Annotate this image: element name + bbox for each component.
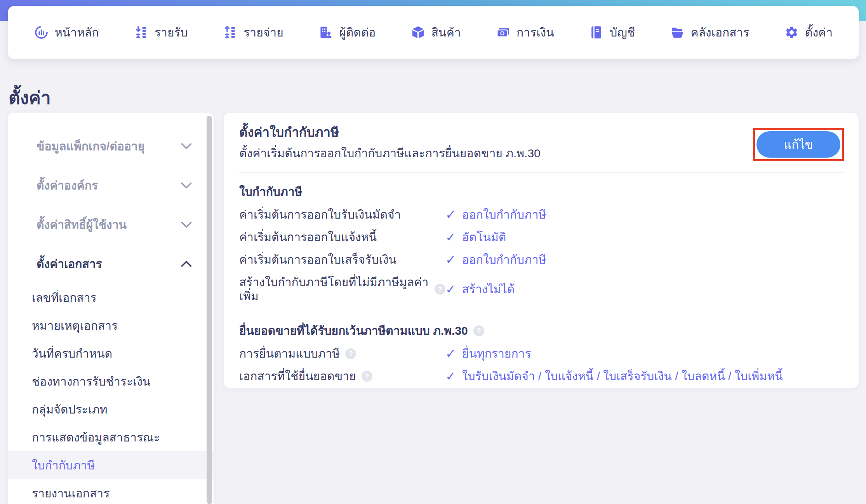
setting-value: อัตโนมัติ [462,230,506,244]
nav-item-label: บัญชี [610,23,635,42]
tax-invoice-settings-panel: ตั้งค่าใบกำกับภาษี ตั้งค่าเริ่มต้นการออก… [223,113,859,388]
help-icon[interactable]: ? [435,284,445,295]
chevron-down-icon [181,143,192,149]
check-icon: ✓ [445,208,456,222]
sidebar-group-organization[interactable]: ตั้งค่าองค์กร [8,166,214,205]
nav-item-label: รายรับ [155,23,188,42]
sidebar-item-category-groups[interactable]: กลุ่มจัดประเภท [8,395,214,423]
expense-icon [223,25,237,40]
nav-item-label: คลังเอกสาร [691,23,749,42]
help-icon[interactable]: ? [345,348,356,359]
dashboard-icon [34,25,49,40]
nav-item-home[interactable]: หน้าหลัก [34,23,99,42]
panel-title: ตั้งค่าใบกำกับภาษี [239,125,843,140]
setting-label: ค่าเริ่มต้นการออกใบเสร็จรับเงิน [239,253,396,267]
nav-item-label: หน้าหลัก [55,23,99,42]
check-icon: ✓ [445,282,456,296]
setting-label: เอกสารที่ใช้ยื่นยอดขาย [239,369,356,383]
sidebar-item-due-date[interactable]: วันที่ครบกำหนด [8,339,214,367]
settings-icon [784,25,799,40]
settings-sidebar: ข้อมูลแพ็กเกจ/ต่ออายุ ตั้งค่าองค์กร ตั้ง… [8,113,214,504]
sidebar-item-label: หมายเหตุเอกสาร [32,316,118,335]
main-navigation: หน้าหลัก รายรับ รายจ่าย ผู้ติดต่อ สินค้า… [8,6,859,59]
sidebar-item-payment-channels[interactable]: ช่องทางการรับชำระเงิน [8,367,214,395]
nav-item-document-storage[interactable]: คลังเอกสาร [670,23,749,42]
finance-icon [496,25,510,40]
nav-item-finance[interactable]: การเงิน [496,23,554,42]
nav-item-settings[interactable]: ตั้งค่า [784,23,833,42]
setting-value: ออกใบกำกับภาษี [462,253,546,267]
sidebar-item-label: กลุ่มจัดประเภท [32,400,107,419]
nav-item-label: การเงิน [516,23,554,42]
sidebar-item-label: ใบกำกับภาษี [32,456,95,474]
section-heading-label: ใบกำกับภาษี [239,184,302,199]
sidebar-scrollbar[interactable] [207,116,212,504]
panel-subtitle: ตั้งค่าเริ่มต้นการออกใบกำกับภาษีและการยื… [239,146,843,161]
setting-row: ค่าเริ่มต้นการออกใบแจ้งหนี้ ✓อัตโนมัติ [239,230,843,244]
sidebar-group-label: ข้อมูลแพ็กเกจ/ต่ออายุ [37,137,144,155]
nav-item-label: ตั้งค่า [805,23,833,42]
setting-label: สร้างใบกำกับภาษีโดยที่ไม่มีภาษีมูลค่าเพิ… [239,275,429,303]
sidebar-item-label: การแสดงข้อมูลสาธารณะ [32,428,160,447]
setting-row: ค่าเริ่มต้นการออกใบเสร็จรับเงิน ✓ออกใบกำ… [239,253,843,267]
sidebar-item-label: รายงานเอกสาร [32,484,110,502]
check-icon: ✓ [445,230,456,244]
setting-label: ค่าเริ่มต้นการออกใบแจ้งหนี้ [239,230,377,244]
sidebar-item-label: ช่องทางการรับชำระเงิน [32,372,150,391]
document-storage-icon [670,25,685,40]
setting-row: เอกสารที่ใช้ยื่นยอดขาย? ✓ใบรับเงินมัดจำ … [239,369,843,383]
sidebar-item-document-number[interactable]: เลขที่เอกสาร [8,283,214,311]
help-icon[interactable]: ? [473,325,484,336]
check-icon: ✓ [445,369,456,383]
sidebar-item-tax-invoice[interactable]: ใบกำกับภาษี [8,451,214,479]
check-icon: ✓ [445,347,456,361]
check-icon: ✓ [445,253,456,267]
chevron-up-icon [181,261,192,267]
nav-item-products[interactable]: สินค้า [411,23,461,42]
sidebar-group-label: ตั้งค่าองค์กร [37,176,98,195]
nav-item-label: รายจ่าย [243,23,283,42]
setting-value: สร้างไม่ได้ [462,282,515,296]
setting-row: การยื่นตามแบบภาษี? ✓ยื่นทุกรายการ [239,347,843,361]
income-icon [134,25,148,40]
products-icon [411,25,425,40]
setting-value: ออกใบกำกับภาษี [462,208,546,222]
sidebar-group-label: ตั้งค่าเอกสาร [37,255,102,273]
section-heading: ยื่นยอดขายที่ได้รับยกเว้นภาษีตามแบบ ภ.พ.… [239,323,843,338]
nav-item-income[interactable]: รายรับ [134,23,188,42]
panel-header: ตั้งค่าใบกำกับภาษี ตั้งค่าเริ่มต้นการออก… [224,113,859,161]
sidebar-item-public-data-display[interactable]: การแสดงข้อมูลสาธารณะ [8,423,214,451]
sidebar-item-document-reports[interactable]: รายงานเอกสาร [8,479,214,504]
nav-item-expense[interactable]: รายจ่าย [223,23,283,42]
edit-button[interactable]: แก้ไข [756,131,840,158]
contacts-icon [318,25,333,40]
sidebar-item-document-note[interactable]: หมายเหตุเอกสาร [8,311,214,339]
sidebar-group-package[interactable]: ข้อมูลแพ็กเกจ/ต่ออายุ [8,127,214,166]
setting-label: การยื่นตามแบบภาษี [239,347,340,361]
sidebar-group-user-permissions[interactable]: ตั้งค่าสิทธิ์ผู้ใช้งาน [8,205,214,244]
chevron-down-icon [181,182,192,189]
setting-label: ค่าเริ่มต้นการออกใบรับเงินมัดจำ [239,208,401,222]
sidebar-group-label: ตั้งค่าสิทธิ์ผู้ใช้งาน [37,216,127,234]
section-vat-exempt-sales: ยื่นยอดขายที่ได้รับยกเว้นภาษีตามแบบ ภ.พ.… [224,323,859,383]
setting-value: ใบรับเงินมัดจำ / ใบแจ้งหนี้ / ใบเสร็จรับ… [462,369,783,383]
chevron-down-icon [181,221,192,228]
nav-item-label: ผู้ติดต่อ [339,23,376,42]
page-title: ตั้งค่า [9,87,51,109]
help-icon[interactable]: ? [362,371,372,382]
nav-item-accounting[interactable]: บัญชี [589,23,635,42]
setting-row: สร้างใบกำกับภาษีโดยที่ไม่มีภาษีมูลค่าเพิ… [239,275,843,303]
section-heading: ใบกำกับภาษี [239,184,843,199]
section-heading-label: ยื่นยอดขายที่ได้รับยกเว้นภาษีตามแบบ ภ.พ.… [239,323,468,338]
nav-item-label: สินค้า [431,23,461,42]
sidebar-item-label: เลขที่เอกสาร [32,288,97,307]
section-tax-invoice: ใบกำกับภาษี ค่าเริ่มต้นการออกใบรับเงินมั… [224,184,859,303]
setting-row: ค่าเริ่มต้นการออกใบรับเงินมัดจำ ✓ออกใบกำ… [239,208,843,222]
sidebar-item-label: วันที่ครบกำหนด [32,344,112,363]
sidebar-group-documents[interactable]: ตั้งค่าเอกสาร [8,244,214,283]
accounting-icon [589,25,603,40]
setting-value: ยื่นทุกรายการ [462,347,531,361]
nav-item-contacts[interactable]: ผู้ติดต่อ [318,23,376,42]
header-divider [239,172,843,173]
edit-button-highlight: แก้ไข [753,128,844,161]
